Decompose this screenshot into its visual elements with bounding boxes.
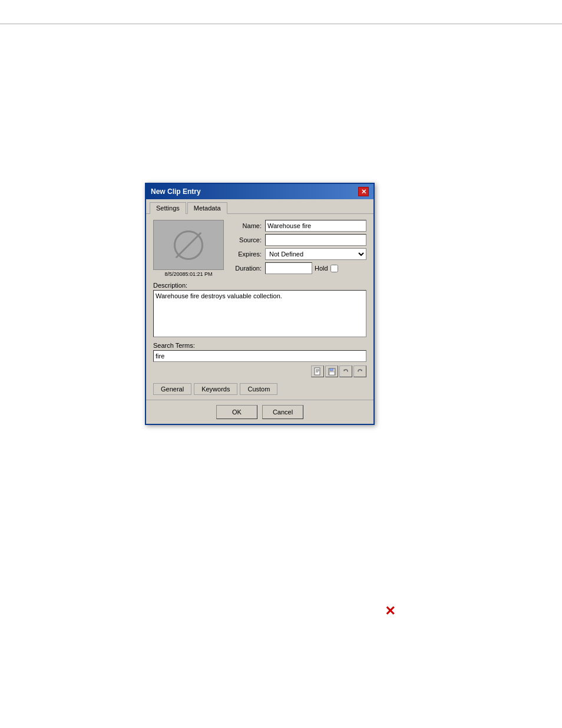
- thumbnail: [153, 220, 224, 270]
- dialog-wrapper: New Clip Entry ✕ Settings Metadata 8/5/2…: [145, 183, 375, 425]
- thumbnail-date: 8/5/20085:01:21 PM: [164, 271, 212, 277]
- bottom-tab-keywords[interactable]: Keywords: [194, 383, 237, 395]
- toolbar-undo-btn[interactable]: [339, 365, 352, 377]
- description-label: Description:: [153, 282, 366, 289]
- redo-icon: [356, 368, 363, 375]
- undo-icon: [342, 368, 349, 375]
- name-label: Name:: [231, 222, 262, 229]
- source-row: Source:: [231, 234, 366, 246]
- hold-checkbox[interactable]: [330, 265, 338, 272]
- toolbar-new-btn[interactable]: [311, 365, 324, 377]
- top-rule: [0, 24, 562, 24]
- source-input[interactable]: [265, 234, 366, 246]
- save-icon: [328, 368, 336, 375]
- tab-metadata[interactable]: Metadata: [187, 202, 227, 214]
- source-label: Source:: [231, 236, 262, 243]
- new-clip-entry-dialog: New Clip Entry ✕ Settings Metadata 8/5/2…: [145, 183, 375, 425]
- name-input[interactable]: [265, 220, 366, 232]
- toolbar-save-btn[interactable]: [325, 365, 338, 377]
- duration-label: Duration:: [231, 265, 262, 272]
- duration-row: Duration: Hold: [231, 262, 366, 274]
- bottom-tab-custom[interactable]: Custom: [240, 383, 277, 395]
- description-textarea[interactable]: Warehouse fire destroys valuable collect…: [153, 290, 366, 337]
- search-terms-label: Search Terms:: [153, 342, 366, 349]
- ok-button[interactable]: OK: [216, 405, 257, 419]
- tab-settings[interactable]: Settings: [150, 202, 186, 214]
- form-fields: Name: Source: Expires: Not Defined: [231, 220, 366, 277]
- duration-hold-row: Hold: [265, 262, 338, 274]
- svg-rect-5: [330, 368, 333, 371]
- dialog-footer: OK Cancel: [146, 400, 373, 424]
- toolbar-row: [153, 365, 366, 377]
- title-bar: New Clip Entry ✕: [146, 184, 373, 199]
- svg-rect-6: [329, 372, 335, 375]
- top-section: 8/5/20085:01:21 PM Name: Source:: [153, 220, 366, 277]
- expires-select-wrapper: Not Defined Custom 1 Day 1 Week 1 Month: [265, 248, 366, 260]
- new-doc-icon: [314, 367, 321, 375]
- bottom-tab-row: General Keywords Custom: [153, 381, 366, 395]
- expires-select[interactable]: Not Defined Custom 1 Day 1 Week 1 Month: [265, 248, 366, 260]
- cancel-button[interactable]: Cancel: [262, 405, 303, 419]
- close-button[interactable]: ✕: [358, 187, 369, 196]
- toolbar-redo-btn[interactable]: [353, 365, 366, 377]
- hold-label: Hold: [315, 265, 328, 272]
- dialog-title: New Clip Entry: [151, 187, 201, 196]
- expires-row: Expires: Not Defined Custom 1 Day 1 Week…: [231, 248, 366, 260]
- dialog-content: 8/5/20085:01:21 PM Name: Source:: [146, 214, 373, 400]
- expires-label: Expires:: [231, 251, 262, 258]
- search-terms-input[interactable]: [153, 350, 366, 362]
- thumbnail-area: 8/5/20085:01:21 PM: [153, 220, 224, 277]
- name-row: Name:: [231, 220, 366, 232]
- bottom-tab-general[interactable]: General: [153, 383, 191, 395]
- no-image-icon: [174, 230, 203, 260]
- tab-bar: Settings Metadata: [146, 199, 373, 214]
- description-section: Description: Warehouse fire destroys val…: [153, 282, 366, 338]
- svg-rect-0: [315, 368, 320, 375]
- search-section: Search Terms:: [153, 342, 366, 362]
- duration-input[interactable]: [265, 262, 312, 274]
- red-x-mark: ✕: [385, 604, 395, 619]
